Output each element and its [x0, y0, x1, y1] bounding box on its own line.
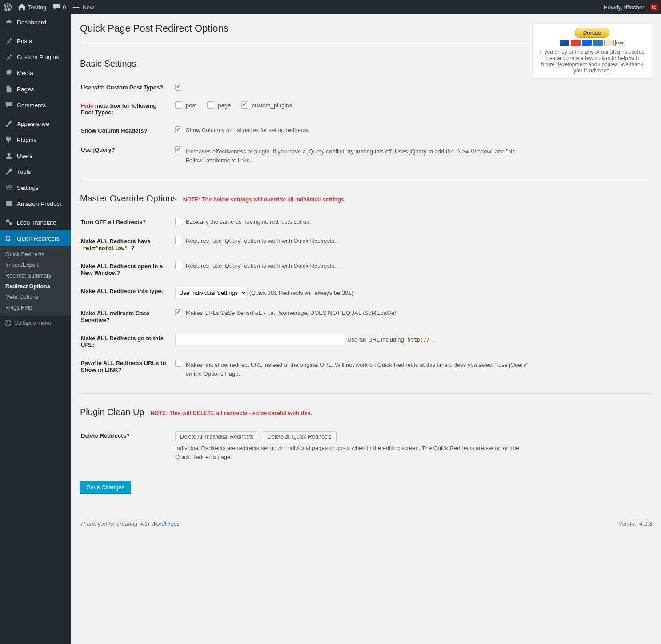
cleanup-section: Plugin Clean Up NOTE: This will DELETE a…: [80, 407, 652, 467]
new-window-desc: Requires "use jQuery" option to work wit…: [186, 262, 336, 269]
use-jquery-desc: Increases effectiveness of plugin. If yo…: [186, 147, 533, 165]
hide-post-label: post: [186, 102, 197, 109]
nofollow-label: Make ALL Redirects have rel="nofollow" ?: [81, 233, 174, 257]
master-heading: Master Override Options NOTE: The below …: [80, 193, 652, 204]
site-link[interactable]: Testing: [18, 3, 46, 11]
footer: Thank you for creating with WordPress. V…: [80, 520, 652, 527]
case-checkbox[interactable]: [175, 309, 182, 316]
payment-icons: BANK: [538, 40, 646, 46]
this-type-label: Make ALL Redirects this type:: [81, 282, 174, 304]
collapse-menu[interactable]: Collapse menu: [0, 316, 71, 330]
admin-sidebar: Dashboard Posts Custom Plugins Media Pag…: [0, 14, 71, 644]
delete-desc: Individual Redirects are redirects set u…: [175, 444, 522, 461]
menu-comments[interactable]: Comments: [0, 97, 71, 113]
brush-icon: [4, 119, 13, 128]
menu-appearance[interactable]: Appearance: [0, 116, 71, 132]
sub-faqs-help[interactable]: FAQs/Help: [0, 302, 71, 313]
menu-posts[interactable]: Posts: [0, 33, 71, 49]
sub-redirect-options[interactable]: Redirect Options: [0, 281, 71, 292]
fc-badge[interactable]: fc: [650, 4, 657, 10]
wp-logo[interactable]: [4, 3, 12, 11]
case-label: Make ALL redirects Case Sensitive?: [81, 305, 174, 329]
show-columns-checkbox[interactable]: [175, 126, 182, 133]
use-cpt-checkbox[interactable]: [175, 84, 182, 91]
master-override-section: Master Override Options NOTE: The below …: [80, 193, 652, 384]
submenu-quick-redirects: Quick Redirects Import/Export Redirect S…: [0, 246, 71, 316]
comment-icon: [4, 101, 13, 109]
menu-media[interactable]: Media: [0, 65, 71, 81]
new-link[interactable]: New: [72, 3, 94, 11]
new-window-checkbox[interactable]: [175, 262, 182, 269]
donate-text: If you enjoy or find any of our plugins …: [538, 49, 646, 74]
rewrite-desc: Makes link show redirect URL instead of …: [186, 361, 533, 378]
dashboard-icon: [4, 18, 13, 27]
sub-redirect-summary[interactable]: Redirect Summary: [0, 270, 71, 281]
this-type-desc: (Quick 301 Redirects will always be 301): [249, 290, 353, 296]
user-icon: [4, 151, 13, 160]
case-desc: Makes URLs CaSe SensiTivE - i.e., /somep…: [186, 310, 396, 316]
menu-plugins[interactable]: Plugins: [0, 132, 71, 148]
show-columns-desc: Show Columns on list pages for set up re…: [186, 127, 310, 133]
admin-toolbar: Testing 0 New Howdy, dfischer fc: [0, 0, 661, 14]
use-jquery-checkbox[interactable]: [175, 146, 182, 153]
hide-cp-label: custom_plugins: [252, 102, 292, 109]
rewrite-checkbox[interactable]: [175, 360, 182, 367]
menu-pages[interactable]: Pages: [0, 81, 71, 97]
delete-quick-button[interactable]: Delete all Quick Redirects: [263, 431, 337, 442]
menu-users[interactable]: Users: [0, 148, 71, 164]
this-type-select[interactable]: Use Individual Settings: [175, 287, 248, 298]
menu-tools[interactable]: Tools: [0, 164, 71, 180]
pin-icon: [4, 52, 13, 61]
version-text: Version 4.2.3: [618, 520, 652, 527]
menu-loco[interactable]: Loco Translate: [0, 214, 71, 230]
turn-off-desc: Basically the same as having no redirect…: [186, 218, 311, 225]
turn-off-label: Turn OFF all Redirects?: [81, 213, 174, 232]
hide-customplugins-checkbox[interactable]: [241, 101, 248, 109]
cleanup-note: NOTE: This will DELETE all redirects - s…: [151, 410, 312, 416]
donate-box: Donate BANK If you enjoy or find any of …: [532, 23, 652, 79]
delete-label: Delete Redirects?: [81, 427, 174, 467]
turn-off-checkbox[interactable]: [175, 218, 182, 225]
menu-custom-plugins[interactable]: Custom Plugins: [0, 49, 71, 65]
goto-desc: Use full URL including http:// .: [347, 336, 435, 343]
goto-url-input[interactable]: [175, 334, 344, 345]
wrench-icon: [4, 167, 13, 176]
use-jquery-label: Use jQuery?: [81, 141, 174, 170]
goto-label: Make ALL Redirects go to this URL:: [81, 330, 174, 354]
hide-page-checkbox[interactable]: [207, 101, 214, 109]
comments-link[interactable]: 0: [52, 3, 66, 11]
donate-button[interactable]: Donate: [575, 28, 610, 38]
cleanup-heading: Plugin Clean Up NOTE: This will DELETE a…: [80, 407, 652, 417]
media-icon: [4, 68, 13, 77]
page-icon: [4, 85, 13, 93]
box-icon: [4, 199, 13, 208]
wordpress-link[interactable]: WordPress: [151, 520, 180, 527]
hide-post-checkbox[interactable]: [175, 101, 182, 109]
sub-quick-redirects[interactable]: Quick Redirects: [0, 249, 71, 260]
translate-icon: [4, 218, 13, 227]
nofollow-desc: Requires "use jQuery" option to work wit…: [186, 237, 336, 244]
howdy-user[interactable]: Howdy, dfischer: [604, 4, 645, 11]
sub-meta-options[interactable]: Meta Options: [0, 292, 71, 302]
menu-settings[interactable]: Settings: [0, 180, 71, 196]
delete-individual-button[interactable]: Delete All Individual Redirects: [175, 431, 258, 442]
menu-dashboard[interactable]: Dashboard: [0, 14, 71, 30]
redirect-icon: [4, 234, 13, 243]
menu-amazon[interactable]: Amazon Product: [0, 196, 71, 212]
show-columns-label: Show Column Headers?: [81, 122, 174, 140]
save-changes-button[interactable]: Save Changes: [80, 481, 131, 494]
new-window-label: Make ALL Redirects open in a New Window?: [81, 258, 174, 282]
pin-icon: [4, 36, 13, 45]
menu-quick-redirects[interactable]: Quick Redirects: [0, 230, 71, 246]
main-content: Quick Page Post Redirect Options Donate …: [71, 14, 661, 644]
master-note: NOTE: The below settings will override a…: [183, 197, 345, 203]
rewrite-label: Rewrite ALL Redirects URLs to Show in LI…: [81, 354, 174, 383]
hide-page-label: page: [218, 102, 231, 109]
svg-rect-0: [6, 201, 12, 206]
hide-meta-label: Hide meta box for following Post Types:: [81, 97, 174, 121]
sliders-icon: [4, 183, 13, 192]
plug-icon: [4, 135, 13, 144]
nofollow-checkbox[interactable]: [175, 237, 182, 244]
sub-import-export[interactable]: Import/Export: [0, 260, 71, 270]
use-cpt-label: Use with Custom Post Types?: [81, 79, 174, 96]
